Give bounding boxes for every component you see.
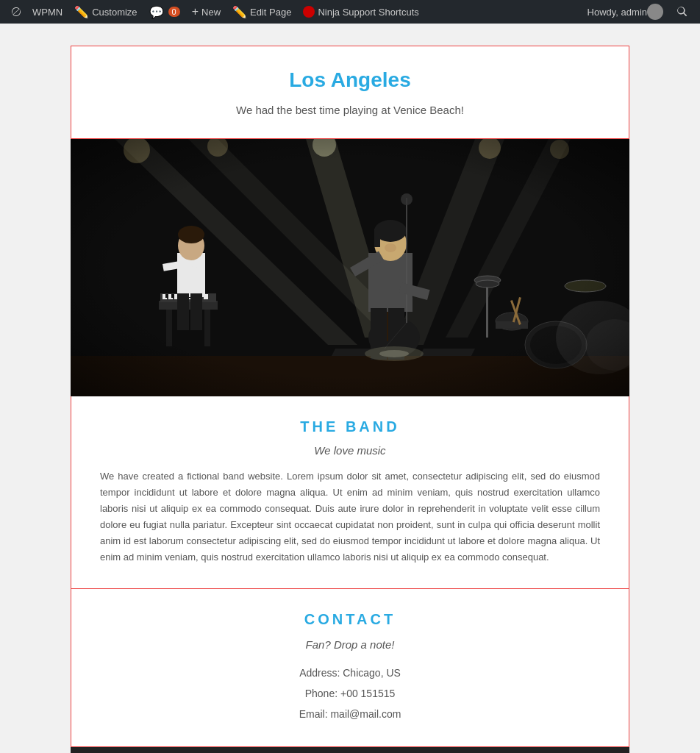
wp-logo[interactable] [6, 0, 26, 24]
site-container: Los Angeles We had the best time playing… [71, 46, 629, 753]
contact-address: Address: Chicago, US [86, 663, 614, 683]
howdy-admin[interactable]: Howdy, admin [583, 0, 671, 24]
band-tagline: We love music [86, 444, 614, 457]
comments-button[interactable]: 💬 0 [143, 0, 186, 24]
search-button[interactable] [671, 6, 694, 18]
edit-page-button[interactable]: ✏️ Edit Page [226, 0, 297, 24]
edit-icon: ✏️ [232, 5, 247, 19]
comments-icon: 💬 [149, 5, 164, 19]
contact-phone: Phone: +00 151515 [86, 683, 614, 704]
contact-section: CONTACT Fan? Drop a note! Address: Chica… [71, 589, 629, 747]
admin-bar-right: Howdy, admin [583, 0, 694, 24]
hero-section: Los Angeles We had the best time playing… [71, 46, 629, 139]
contact-email: Email: mail@mail.com [86, 704, 614, 724]
contact-info: Address: Chicago, US Phone: +00 151515 E… [86, 663, 614, 724]
site-footer: Copyright ©2023 [71, 747, 629, 753]
hero-subtitle: We had the best time playing at Venice B… [86, 104, 614, 116]
admin-bar: WPMN ✏️ Customize 💬 0 + New ✏️ Edit Page… [0, 0, 700, 24]
plus-icon: + [192, 5, 199, 18]
hero-title: Los Angeles [86, 68, 614, 92]
svg-rect-71 [71, 139, 629, 396]
contact-title: CONTACT [86, 611, 614, 628]
site-name[interactable]: WPMN [26, 0, 68, 24]
new-button[interactable]: + New [186, 0, 226, 24]
contact-tagline: Fan? Drop a note! [86, 638, 614, 651]
customize-button[interactable]: ✏️ Customize [68, 0, 143, 24]
avatar [647, 4, 663, 20]
ninja-icon [303, 6, 315, 18]
band-title: THE BAND [86, 418, 614, 435]
ninja-shortcuts-button[interactable]: Ninja Support Shortcuts [297, 0, 424, 24]
customize-icon: ✏️ [74, 5, 89, 19]
band-section: THE BAND We love music We have created a… [71, 396, 629, 589]
band-description: We have created a fictional band website… [100, 468, 600, 566]
page-wrapper: Los Angeles We had the best time playing… [0, 24, 700, 753]
comment-count: 0 [168, 7, 180, 17]
image-section [71, 139, 629, 396]
band-image [71, 139, 629, 396]
